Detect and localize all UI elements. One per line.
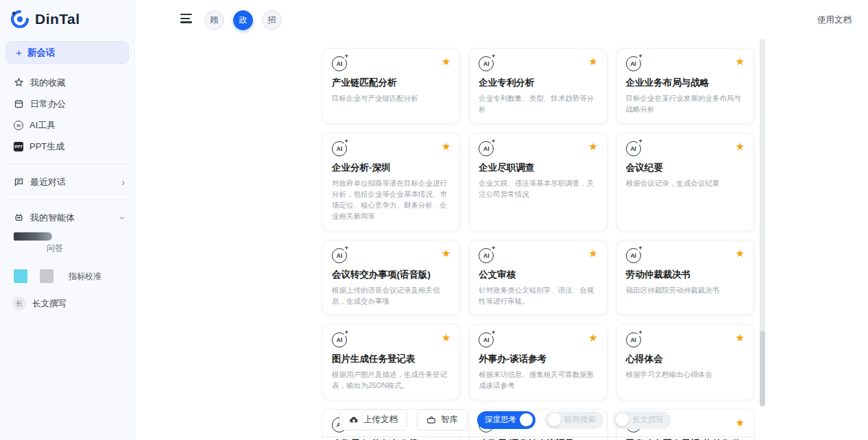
ai-agent-icon: AI+ bbox=[332, 248, 347, 263]
office-icon bbox=[14, 99, 24, 109]
dintal-logo-icon bbox=[10, 9, 30, 29]
app-window: DinTal + 新会话 我的收藏 日常办公 AI AI工具 PPT PPT生成 bbox=[0, 0, 868, 440]
agent-card-title: 政数局-语音转会议记录 bbox=[479, 438, 597, 440]
agent-avatar: 长 bbox=[12, 297, 26, 310]
knowledge-base-label: 智库 bbox=[441, 414, 458, 426]
agent-card[interactable]: AI+ ★ 会议纪要 根据会议记录，生成会议纪要 bbox=[616, 133, 754, 231]
chat-bubble-icon bbox=[14, 177, 24, 187]
my-agents-header[interactable]: 我的智能体 › bbox=[0, 207, 134, 228]
redacted-avatar bbox=[14, 232, 52, 241]
agent-card-description: 对政府单位招商等潜在目标企业进行分析，包括企业等企业基本情况、市场定位、核心竞争… bbox=[332, 178, 450, 222]
agent-card-title: 企业分析-深圳 bbox=[332, 162, 450, 174]
vertical-scrollbar[interactable] bbox=[760, 39, 765, 406]
agent-card-title: 心得体会 bbox=[626, 353, 745, 365]
sidebar-item-ai-tools[interactable]: AI AI工具 bbox=[0, 114, 134, 136]
favorite-star-icon[interactable]: ★ bbox=[588, 332, 597, 343]
deep-thinking-toggle[interactable]: 深度思考 bbox=[477, 411, 535, 429]
agent-card[interactable]: AI+ ★ 图片生成任务登记表 根据用户图片及描述，生成任务登记表，输出为JSO… bbox=[322, 324, 460, 400]
agent-card-description: 根据学习文档输出心得体会 bbox=[626, 369, 745, 380]
chevron-right-icon: › bbox=[121, 178, 125, 187]
new-chat-label: 新会话 bbox=[27, 47, 56, 59]
usage-docs-link[interactable]: 使用文档 bbox=[817, 14, 852, 26]
agent-card-title: 公文审核 bbox=[479, 269, 597, 281]
toggle-knob bbox=[548, 413, 561, 426]
agent-card-description: 福田区仲裁院劳动仲裁裁决书 bbox=[626, 284, 745, 295]
briefcase-icon bbox=[426, 415, 436, 425]
favorite-star-icon[interactable]: ★ bbox=[736, 56, 745, 66]
favorite-star-icon[interactable]: ★ bbox=[588, 141, 597, 151]
agent-card[interactable]: AI+ ★ 心得体会 根据学习文档输出心得体会 bbox=[616, 324, 754, 400]
agent-card-description: 根据用户图片及描述，生成任务登记表，输出为JSON格式。 bbox=[332, 369, 450, 391]
gray-square-avatar bbox=[40, 269, 53, 283]
web-search-toggle[interactable]: 联网搜索 bbox=[545, 411, 603, 429]
main-area: 顾 政 招 使用文档 AI+ ★ 产业链匹配分析 目标企业与产业链匹配分析 bbox=[135, 0, 868, 440]
ai-agent-icon: AI+ bbox=[626, 56, 641, 71]
sidebar-item-ppt[interactable]: PPT PPT生成 bbox=[0, 136, 134, 157]
agent-card[interactable]: AI+ ★ 企业业务布局与战略 目标企业在某行业发展的业务布局与战略分析 bbox=[616, 48, 754, 124]
agent-item-long-writing[interactable]: 长 长文撰写 bbox=[12, 297, 134, 310]
sidebar-item-daily-office[interactable]: 日常办公 bbox=[0, 93, 134, 114]
agent-item-redacted[interactable]: 问答 bbox=[0, 232, 134, 254]
upload-document-button[interactable]: 上传文档 bbox=[339, 409, 407, 430]
knowledge-base-button[interactable]: 智库 bbox=[417, 409, 468, 430]
chat-input-top-edge[interactable] bbox=[322, 437, 754, 437]
agent-card[interactable]: AI+ ★ 会议转交办事项(语音版) 根据上传的语音会议记录及相关信息，生成交办… bbox=[322, 240, 460, 316]
agent-card-description: 根据来访信息、搜集相关可靠数据形成谈话参考 bbox=[479, 369, 597, 391]
ppt-icon: PPT bbox=[14, 142, 23, 151]
favorite-star-icon[interactable]: ★ bbox=[736, 417, 745, 428]
agent-card[interactable]: AI+ ★ 劳动仲裁裁决书 福田区仲裁院劳动仲裁裁决书 bbox=[616, 240, 754, 316]
agent-item-label: 问答 bbox=[47, 243, 134, 254]
agent-card-title: 政数局-智能任务分拨 bbox=[332, 438, 450, 440]
workspace-avatar-zheng-active[interactable]: 政 bbox=[233, 10, 253, 30]
topbar: 顾 政 招 使用文档 bbox=[135, 0, 868, 38]
agent-card-title: 民意速办平台日报-梅林街道 bbox=[626, 438, 745, 440]
ai-agent-icon: AI+ bbox=[479, 56, 494, 71]
cloud-upload-icon bbox=[349, 415, 359, 425]
agent-item-calibration[interactable]: 指标校准 bbox=[14, 269, 134, 283]
agent-card-grid: AI+ ★ 产业链匹配分析 目标企业与产业链匹配分析 AI+ ★ 企业专利分析 … bbox=[322, 48, 754, 440]
agent-card[interactable]: AI+ ★ 外事办-谈话参考 根据来访信息、搜集相关可靠数据形成谈话参考 bbox=[469, 324, 607, 400]
agent-card-description: 目标企业在某行业发展的业务布局与战略分析 bbox=[626, 93, 745, 115]
agent-card[interactable]: AI+ ★ 企业专利分析 企业专利数量、类型、技术趋势等分析 bbox=[469, 48, 607, 124]
app-title: DinTal bbox=[35, 11, 80, 27]
recent-chats-label: 最近对话 bbox=[30, 176, 66, 188]
sidebar-item-favorites[interactable]: 我的收藏 bbox=[0, 72, 134, 93]
favorite-star-icon[interactable]: ★ bbox=[442, 332, 450, 343]
agent-card[interactable]: AI+ ★ 公文审核 针对政务类公文错别字、语法、合规性等进行审核。 bbox=[469, 240, 607, 316]
long-writing-toggle[interactable]: 长文撰写 bbox=[613, 411, 671, 429]
cyan-square-avatar bbox=[14, 269, 27, 283]
web-search-label: 联网搜索 bbox=[564, 415, 596, 425]
agent-card-description: 企业欠税、违法等基本尽职调查，关注公司异常情况 bbox=[479, 178, 597, 200]
favorite-star-icon[interactable]: ★ bbox=[588, 56, 597, 66]
sidebar-item-recent-chats[interactable]: 最近对话 › bbox=[0, 171, 134, 193]
agent-item-label: 指标校准 bbox=[69, 271, 101, 282]
agent-card[interactable]: AI+ ★ 企业分析-深圳 对政府单位招商等潜在目标企业进行分析，包括企业等企业… bbox=[322, 133, 460, 231]
favorite-star-icon[interactable]: ★ bbox=[442, 56, 450, 66]
new-chat-button[interactable]: + 新会话 bbox=[5, 41, 129, 64]
agent-list: 问答 指标校准 长 长文撰写 bbox=[0, 232, 134, 310]
favorite-star-icon[interactable]: ★ bbox=[442, 248, 450, 258]
sidebar-item-label: 日常办公 bbox=[30, 98, 66, 110]
favorite-star-icon[interactable]: ★ bbox=[736, 141, 745, 151]
favorite-star-icon[interactable]: ★ bbox=[442, 141, 450, 151]
favorite-star-icon[interactable]: ★ bbox=[588, 248, 597, 258]
chevron-down-icon: › bbox=[119, 216, 128, 219]
ai-agent-icon: AI+ bbox=[479, 248, 494, 263]
agent-card-title: 产业链匹配分析 bbox=[332, 77, 450, 89]
sidebar-item-label: AI工具 bbox=[29, 119, 56, 132]
scrollbar-thumb[interactable] bbox=[760, 331, 765, 406]
agent-card[interactable]: AI+ ★ 企业尽职调查 企业欠税、违法等基本尽职调查，关注公司异常情况 bbox=[469, 133, 607, 231]
ai-agent-icon: AI+ bbox=[479, 141, 494, 156]
favorite-star-icon[interactable]: ★ bbox=[736, 248, 745, 258]
favorite-star-icon[interactable]: ★ bbox=[736, 332, 745, 343]
ai-agent-icon: AI+ bbox=[332, 332, 347, 347]
agent-card-title: 会议转交办事项(语音版) bbox=[332, 269, 450, 281]
divider bbox=[7, 199, 128, 200]
workspace-avatar-gu[interactable]: 顾 bbox=[204, 10, 224, 30]
agent-item-label: 长文撰写 bbox=[32, 298, 67, 310]
ai-agent-icon: AI+ bbox=[479, 332, 494, 347]
agent-card[interactable]: AI+ ★ 产业链匹配分析 目标企业与产业链匹配分析 bbox=[322, 48, 460, 124]
menu-icon[interactable] bbox=[180, 14, 192, 25]
workspace-avatar-zhao[interactable]: 招 bbox=[262, 10, 282, 30]
agent-card-title: 外事办-谈话参考 bbox=[479, 353, 597, 365]
